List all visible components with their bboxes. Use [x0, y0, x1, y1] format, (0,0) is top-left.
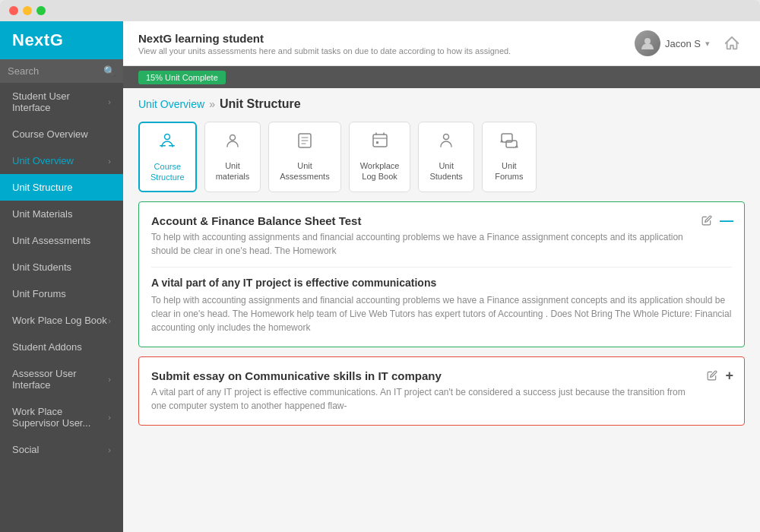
svg-point-0: [644, 38, 651, 44]
chevron-icon: ›: [108, 97, 111, 106]
breadcrumb-separator: »: [209, 98, 215, 110]
tab-unit-forums[interactable]: UnitForums: [482, 122, 537, 192]
main-content: NextG learning student View all your uni…: [123, 21, 760, 532]
tab-label-workplace-log: WorkplaceLog Book: [360, 160, 400, 182]
breadcrumb-current: Unit Structure: [220, 97, 301, 111]
svg-point-1: [165, 135, 170, 140]
chevron-icon: ›: [108, 375, 111, 384]
window-chrome: [0, 0, 760, 21]
chevron-icon: ›: [108, 157, 111, 166]
card-essay-title: Submit essay on Communicative skills in …: [151, 369, 732, 382]
header-right: Jacon S ▾: [635, 30, 745, 56]
user-menu[interactable]: Jacon S ▾: [635, 30, 710, 56]
card-essay-actions: +: [707, 368, 733, 384]
app: NextG 🔍 Student User Interface › Course …: [0, 21, 760, 532]
edit-icon[interactable]: [707, 370, 717, 381]
edit-icon[interactable]: [701, 215, 712, 226]
dot-red[interactable]: [9, 6, 18, 15]
tab-label-course-structure: CourseStructure: [150, 161, 185, 183]
header: NextG learning student View all your uni…: [123, 21, 760, 66]
home-icon[interactable]: [719, 30, 745, 56]
sidebar-item-unit-forums[interactable]: Unit Forums: [0, 280, 123, 307]
tab-icon-unit-materials: [222, 130, 243, 156]
card-finance: — Account & Finance Balance Sheet Test T…: [138, 201, 745, 347]
tab-icon-course-structure: [157, 131, 178, 157]
tab-label-unit-assessments: UnitAssessments: [280, 160, 329, 182]
sidebar: NextG 🔍 Student User Interface › Course …: [0, 21, 123, 532]
tab-icon-unit-students: [435, 130, 457, 156]
dot-green[interactable]: [36, 6, 46, 15]
tab-icon-workplace-log: [369, 130, 391, 156]
sidebar-item-student-addons[interactable]: Student Addons: [0, 334, 123, 360]
tab-bar: CourseStructure Unitmaterials: [123, 117, 760, 201]
chevron-icon: ›: [108, 413, 111, 422]
svg-rect-2: [160, 145, 166, 147]
tab-label-unit-materials: Unitmaterials: [216, 160, 250, 182]
tab-course-structure[interactable]: CourseStructure: [138, 122, 197, 192]
chevron-icon: ›: [108, 445, 111, 454]
sidebar-item-workplace-supervisor[interactable]: Work Place Supervisor User... ›: [0, 398, 123, 436]
tab-unit-materials[interactable]: Unitmaterials: [204, 122, 261, 192]
chevron-down-icon: ▾: [705, 39, 710, 49]
sidebar-item-student-ui[interactable]: Student User Interface ›: [0, 83, 123, 121]
svg-rect-3: [169, 145, 175, 147]
content-area: — Account & Finance Balance Sheet Test T…: [123, 201, 760, 532]
svg-rect-7: [376, 141, 378, 144]
card-finance-title: Account & Finance Balance Sheet Test: [151, 214, 732, 227]
header-left: NextG learning student View all your uni…: [138, 32, 511, 55]
card-section-text: To help with accounting assignments and …: [151, 293, 732, 334]
sidebar-item-assessor-ui[interactable]: Assessor User Interface ›: [0, 360, 123, 398]
collapse-icon[interactable]: —: [720, 213, 733, 229]
tab-workplace-log[interactable]: WorkplaceLog Book: [349, 122, 411, 192]
tab-icon-unit-assessments: [294, 130, 315, 156]
chevron-icon: ›: [108, 316, 111, 325]
avatar: [635, 30, 660, 56]
expand-icon[interactable]: +: [725, 368, 733, 384]
card-essay-subtitle: A vital part of any IT project is effect…: [151, 385, 732, 413]
sidebar-item-unit-students[interactable]: Unit Students: [0, 254, 123, 280]
sidebar-item-unit-materials[interactable]: Unit Materials: [0, 201, 123, 227]
tab-unit-students[interactable]: UnitStudents: [418, 122, 473, 192]
svg-rect-6: [373, 135, 387, 147]
card-essay: + Submit essay on Communicative skills i…: [138, 356, 745, 426]
card-divider: [151, 267, 732, 268]
sidebar-item-social[interactable]: Social ›: [0, 436, 123, 463]
header-title: NextG learning student: [138, 32, 511, 45]
sidebar-item-unit-structure[interactable]: Unit Structure: [0, 174, 123, 201]
breadcrumb-link[interactable]: Unit Overview: [138, 98, 204, 110]
svg-point-8: [444, 135, 449, 140]
tab-label-unit-students: UnitStudents: [429, 160, 462, 182]
card-finance-subtitle: To help with accounting assignments and …: [151, 230, 732, 258]
search-icon: 🔍: [103, 65, 116, 77]
sidebar-item-workplace-log[interactable]: Work Place Log Book ›: [0, 307, 123, 334]
username-label: Jacon S: [665, 38, 701, 49]
sidebar-item-unit-assessments[interactable]: Unit Assessments: [0, 227, 123, 254]
tab-icon-unit-forums: [499, 130, 520, 156]
breadcrumb: Unit Overview » Unit Structure: [123, 88, 760, 117]
progress-label: 15% Unit Complete: [138, 71, 226, 84]
card-finance-actions: —: [701, 213, 733, 229]
sidebar-item-course-overview[interactable]: Course Overview: [0, 121, 123, 147]
card-section-title: A vital part of any IT project is effect…: [151, 277, 732, 289]
sidebar-search-container: 🔍: [0, 59, 123, 83]
avatar-image: [635, 30, 660, 56]
svg-point-4: [230, 135, 235, 141]
progress-bar-container: 15% Unit Complete: [123, 66, 760, 88]
sidebar-logo: NextG: [0, 21, 123, 59]
header-subtitle: View all your units assessments here and…: [138, 46, 511, 55]
sidebar-nav: Student User Interface › Course Overview…: [0, 83, 123, 532]
dot-yellow[interactable]: [23, 6, 32, 15]
sidebar-item-unit-overview[interactable]: Unit Overview ›: [0, 147, 123, 174]
tab-label-unit-forums: UnitForums: [495, 160, 523, 182]
search-input[interactable]: [8, 65, 99, 77]
tab-unit-assessments[interactable]: UnitAssessments: [268, 122, 340, 192]
